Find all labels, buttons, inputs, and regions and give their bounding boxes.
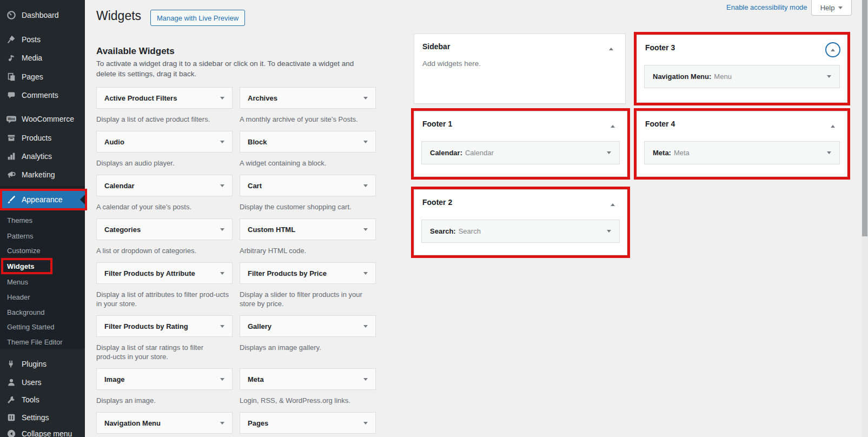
sidebar-item-pages[interactable]: Pages — [0, 68, 85, 86]
sidebar-item-plugins[interactable]: Plugins — [0, 355, 85, 373]
available-widgets-grid: Active Product FiltersDisplay a list of … — [96, 87, 376, 437]
widget-card-block[interactable]: Block — [240, 131, 376, 153]
widget-cell: BlockA widget containing a block. — [240, 131, 376, 175]
sidebar-item-label: Analytics — [22, 152, 52, 161]
wordpress-widgets-screen: Dashboard Posts Media Pages Comments Woo… — [0, 0, 868, 437]
collapse-toggle-button[interactable] — [605, 197, 620, 212]
widget-card-archives[interactable]: Archives — [240, 87, 376, 109]
sidebar-item-settings[interactable]: Settings — [0, 408, 85, 427]
chevron-down-icon — [220, 422, 224, 425]
widget-instance-meta[interactable]: Meta: Meta — [644, 141, 840, 164]
wrench-icon — [6, 394, 17, 405]
sidebar-item-woocommerce[interactable]: Woo WooCommerce — [0, 110, 85, 128]
chevron-down-icon — [607, 151, 611, 154]
manage-live-preview-button[interactable]: Manage with Live Preview — [150, 10, 245, 26]
annotation-box-footer3: Footer 3 Navigation Menu: Menu — [634, 32, 850, 105]
widget-card-custom-html[interactable]: Custom HTML — [240, 219, 376, 240]
widget-description: Display a list of star ratings to filter… — [96, 343, 233, 368]
sidebar-subitem-background[interactable]: Background — [0, 304, 85, 320]
widget-instance-calendar[interactable]: Calendar: Calendar — [421, 141, 620, 164]
widget-area-sidebar: Sidebar Add widgets here. — [414, 34, 626, 104]
widget-card-image[interactable]: Image — [96, 368, 233, 390]
sidebar-item-label: Marketing — [22, 170, 55, 179]
sidebar-item-users[interactable]: Users — [0, 373, 85, 392]
chevron-down-icon — [838, 6, 843, 9]
sidebar-item-collapse-menu[interactable]: Collapse menu — [0, 425, 85, 437]
widget-description: Displays an audio player. — [96, 158, 233, 175]
widget-area-placeholder: Add widgets here. — [414, 51, 625, 68]
sidebar-item-products[interactable]: Products — [0, 129, 85, 147]
widget-description: A monthly archive of your site’s Posts. — [240, 115, 376, 131]
widget-card-title: Cart — [248, 182, 363, 190]
svg-text:Woo: Woo — [8, 117, 15, 121]
widget-card-gallery[interactable]: Gallery — [240, 315, 376, 337]
products-box-icon — [6, 133, 17, 143]
scrollbar-thumb[interactable] — [862, 0, 867, 236]
sidebar-subitem-patterns[interactable]: Patterns — [0, 228, 85, 243]
sidebar-item-media[interactable]: Media — [0, 49, 85, 67]
chevron-down-icon — [363, 422, 368, 425]
widget-card-navigation-menu[interactable]: Navigation Menu — [96, 412, 233, 434]
sidebar-item-posts[interactable]: Posts — [0, 30, 85, 49]
widget-card-title: Meta — [248, 375, 363, 383]
widget-card-active-product-filters[interactable]: Active Product Filters — [96, 87, 233, 109]
chevron-down-icon — [363, 325, 368, 328]
sidebar-item-dashboard[interactable]: Dashboard — [0, 6, 85, 24]
sidebar-item-tools[interactable]: Tools — [0, 390, 85, 409]
subitem-label: Getting Started — [7, 323, 54, 331]
widget-instance-title: Calendar — [465, 149, 607, 157]
sidebar-item-appearance[interactable]: Appearance — [0, 190, 85, 209]
sidebar-subitem-themes[interactable]: Themes — [0, 213, 85, 228]
widget-card-pages[interactable]: Pages — [240, 412, 376, 434]
collapse-toggle-button[interactable] — [604, 41, 619, 56]
collapse-toggle-button[interactable] — [605, 118, 620, 134]
chevron-down-icon — [363, 141, 368, 143]
widget-card-meta[interactable]: Meta — [240, 368, 376, 390]
help-button[interactable]: Help — [811, 0, 852, 16]
widget-card-audio[interactable]: Audio — [96, 131, 233, 153]
widget-description: Display the customer shopping cart. — [240, 202, 376, 219]
widget-card-filter-products-by-rating[interactable]: Filter Products by Rating — [96, 315, 233, 337]
sidebar-item-analytics[interactable]: Analytics — [0, 147, 85, 165]
subitem-label: Menus — [7, 278, 28, 286]
sidebar-item-label: WooCommerce — [22, 115, 74, 123]
sidebar-subitem-customize[interactable]: Customize — [0, 243, 85, 258]
widget-card-title: Gallery — [248, 322, 363, 330]
widget-card-cart[interactable]: Cart — [240, 175, 376, 196]
widget-instance-title: Menu — [714, 72, 827, 81]
scrollbar-track[interactable] — [862, 0, 868, 437]
widget-area-title: Footer 4 — [637, 111, 847, 128]
collapse-toggle-button-circled[interactable] — [825, 42, 840, 57]
available-widgets-title: Available Widgets — [96, 46, 175, 57]
widget-card-categories[interactable]: Categories — [96, 219, 233, 240]
widget-instance-search[interactable]: Search: Search — [421, 220, 620, 243]
chevron-up-icon — [609, 48, 613, 50]
sidebar-subitem-widgets[interactable]: Widgets — [0, 259, 85, 274]
widget-card-filter-products-by-price[interactable]: Filter Products by Price — [240, 262, 376, 284]
media-icon — [6, 52, 17, 63]
enable-accessibility-link[interactable]: Enable accessibility mode — [726, 3, 807, 11]
widget-card-filter-products-by-attribute[interactable]: Filter Products by Attribute — [96, 262, 233, 284]
sidebar-subitem-theme-file-editor[interactable]: Theme File Editor — [0, 334, 85, 349]
widget-instance-navigation-menu[interactable]: Navigation Menu: Menu — [644, 65, 840, 88]
widget-cell: Filter Products by AttributeDisplay a li… — [96, 262, 233, 315]
widget-cell: Custom HTMLArbitrary HTML code. — [240, 219, 376, 262]
help-label: Help — [820, 4, 835, 12]
page-title: Widgets — [96, 9, 141, 23]
sidebar-subitem-header[interactable]: Header — [0, 289, 85, 304]
sidebar-subitem-menus[interactable]: Menus — [0, 274, 85, 289]
sidebar-item-comments[interactable]: Comments — [0, 86, 85, 104]
widget-description: Display a list of attributes to filter p… — [96, 290, 233, 315]
sidebar-item-label: Appearance — [22, 195, 63, 204]
widget-card-calendar[interactable]: Calendar — [96, 175, 233, 196]
chevron-down-icon — [220, 97, 224, 100]
widget-description: Login, RSS, & WordPress.org links. — [240, 396, 376, 412]
widget-card-title: Filter Products by Price — [248, 269, 363, 277]
sidebar-item-marketing[interactable]: Marketing — [0, 165, 85, 184]
widget-card-title: Filter Products by Attribute — [104, 269, 220, 277]
sidebar-subitem-getting-started[interactable]: Getting Started — [0, 319, 85, 334]
widget-card-title: Navigation Menu — [104, 419, 220, 427]
widget-area-title: Footer 3 — [637, 35, 847, 52]
collapse-toggle-button[interactable] — [825, 118, 840, 134]
widget-description: Display a list of active product filters… — [96, 115, 233, 131]
